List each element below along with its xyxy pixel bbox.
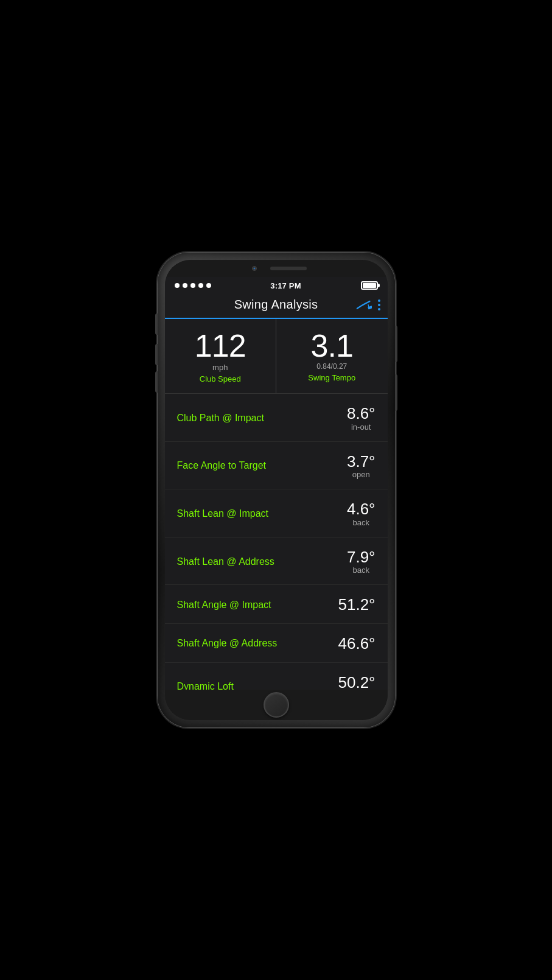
row-value-number-4: 51.2° <box>338 596 375 614</box>
phone-top-bar <box>165 260 388 277</box>
row-label-1: Face Angle to Target <box>177 460 266 471</box>
row-value-0: 8.6°in-out <box>347 405 376 432</box>
row-label-3: Shaft Lean @ Address <box>177 556 274 567</box>
row-value-number-5: 46.6° <box>338 635 375 653</box>
screen: 3:17 PM Swing Analysis <box>165 277 388 690</box>
row-value-number-0: 8.6° <box>347 405 376 422</box>
swing-tempo-sub: 0.84/0.27 <box>316 362 347 371</box>
data-row-3[interactable]: Shaft Lean @ Address7.9°back <box>165 537 388 586</box>
row-value-number-1: 3.7° <box>347 453 376 471</box>
battery-icon <box>361 281 378 290</box>
row-value-1: 3.7°open <box>347 453 376 480</box>
row-value-number-2: 4.6° <box>347 500 376 518</box>
signal-dots <box>175 283 211 288</box>
data-row-5[interactable]: Shaft Angle @ Address46.6° <box>165 624 388 663</box>
home-button[interactable] <box>264 692 289 718</box>
data-row-0[interactable]: Club Path @ Impact8.6°in-out <box>165 394 388 442</box>
phone-bottom <box>165 690 388 720</box>
row-value-6: 50.2°+5.2 <box>338 674 375 690</box>
row-value-number-6: 50.2° <box>338 674 375 690</box>
header-icons <box>356 299 380 311</box>
signal-dot-2 <box>183 283 187 288</box>
data-row-2[interactable]: Shaft Lean @ Impact4.6°back <box>165 489 388 537</box>
row-value-sub-1: open <box>347 470 376 479</box>
status-time: 3:17 PM <box>270 281 301 290</box>
battery-indicator <box>361 281 378 290</box>
menu-dot-3 <box>378 308 380 310</box>
club-speed-unit: mph <box>212 363 228 372</box>
menu-button[interactable] <box>378 299 380 310</box>
row-label-0: Club Path @ Impact <box>177 413 264 424</box>
data-row-6[interactable]: Dynamic Loft50.2°+5.2 <box>165 663 388 690</box>
row-value-4: 51.2° <box>338 596 375 614</box>
header-title: Swing Analysis <box>234 298 318 312</box>
row-value-2: 4.6°back <box>347 500 376 527</box>
menu-dot-1 <box>378 299 380 302</box>
row-value-sub-2: back <box>347 518 376 527</box>
signal-dot-1 <box>175 283 180 288</box>
signal-dot-3 <box>190 283 195 288</box>
club-speed-number: 112 <box>195 330 246 362</box>
phone-speaker <box>270 267 307 270</box>
row-value-5: 46.6° <box>338 635 375 653</box>
stats-row: 112 mph Club Speed 3.1 0.84/0.27 Swing T… <box>165 319 388 394</box>
signal-dot-5 <box>206 283 211 288</box>
swing-tempo-cell[interactable]: 3.1 0.84/0.27 Swing Tempo <box>276 319 388 393</box>
row-value-3: 7.9°back <box>347 548 376 575</box>
app-header: Swing Analysis <box>165 293 388 319</box>
row-label-4: Shaft Angle @ Impact <box>177 600 271 611</box>
battery-fill <box>363 283 376 288</box>
svg-line-1 <box>368 304 368 307</box>
row-label-2: Shaft Lean @ Impact <box>177 508 269 519</box>
row-value-sub-0: in-out <box>347 422 376 432</box>
row-value-number-3: 7.9° <box>347 548 376 566</box>
menu-dot-2 <box>378 304 380 306</box>
swing-tempo-label: Swing Tempo <box>308 373 355 382</box>
signal-dot-4 <box>198 283 203 288</box>
swing-tempo-number: 3.1 <box>311 330 353 362</box>
row-value-sub-3: back <box>347 565 376 575</box>
golf-club-icon[interactable] <box>356 299 372 311</box>
data-row-4[interactable]: Shaft Angle @ Impact51.2° <box>165 585 388 624</box>
phone-frame: 3:17 PM Swing Analysis <box>158 253 395 727</box>
club-speed-label: Club Speed <box>200 374 241 383</box>
data-row-1[interactable]: Face Angle to Target3.7°open <box>165 442 388 490</box>
row-label-6: Dynamic Loft <box>177 681 234 690</box>
phone-inner: 3:17 PM Swing Analysis <box>165 260 388 720</box>
status-bar: 3:17 PM <box>165 277 388 293</box>
front-camera <box>252 266 257 271</box>
data-rows-container: Club Path @ Impact8.6°in-outFace Angle t… <box>165 394 388 690</box>
row-label-5: Shaft Angle @ Address <box>177 638 278 649</box>
club-speed-cell[interactable]: 112 mph Club Speed <box>165 319 277 393</box>
